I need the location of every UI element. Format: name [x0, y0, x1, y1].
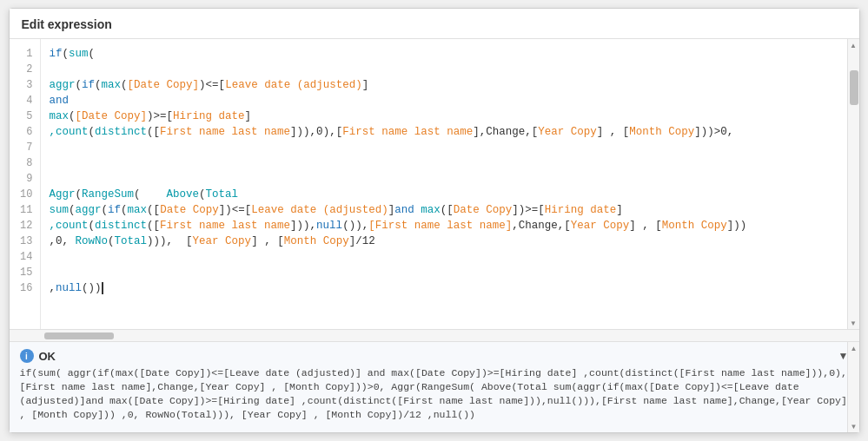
line-number-9: 9	[10, 171, 40, 187]
horizontal-scroll-thumb[interactable]	[44, 332, 114, 339]
line-number-2: 2	[10, 62, 40, 77]
dialog-title: Edit expression	[10, 9, 859, 39]
code-line-7	[50, 140, 838, 155]
line-number-15: 15	[10, 265, 40, 280]
info-scrollbar[interactable]: ▲ ▼	[847, 342, 859, 432]
code-line-6: ,count(distinct([First name last name]))…	[50, 124, 838, 140]
code-line-4: and	[50, 93, 838, 109]
edit-expression-dialog: Edit expression 12345678910111213141516 …	[9, 8, 860, 433]
line-number-1: 1	[10, 46, 40, 62]
code-line-12: ,count(distinct([First name last name]))…	[50, 218, 838, 234]
info-scroll-up[interactable]: ▲	[848, 342, 860, 354]
line-number-12: 12	[10, 218, 40, 234]
line-number-3: 3	[10, 77, 40, 93]
code-line-2	[50, 62, 838, 77]
code-line-3: aggr(if(max([Date Copy])<=[Leave date (a…	[50, 77, 838, 93]
code-line-9	[50, 171, 838, 187]
line-number-5: 5	[10, 109, 40, 124]
code-line-1: if(sum(	[50, 46, 838, 62]
code-line-16: ,null())	[50, 280, 838, 296]
line-number-4: 4	[10, 93, 40, 109]
line-number-7: 7	[10, 140, 40, 155]
code-line-13: ,0, RowNo(Total))), [Year Copy] , [Month…	[50, 234, 838, 249]
code-line-11: sum(aggr(if(max([Date Copy])<=[Leave dat…	[50, 202, 838, 218]
info-bar: i OK ▼ if(sum( aggr(if(max([Date Copy])<…	[10, 341, 859, 432]
vertical-scrollbar[interactable]: ▲ ▼	[847, 39, 859, 329]
code-editor[interactable]: if(sum( aggr(if(max([Date Copy])<=[Leave…	[41, 39, 847, 329]
code-line-14	[50, 249, 838, 265]
editor-area: 12345678910111213141516 if(sum( aggr(if(…	[10, 39, 859, 329]
line-number-10: 10	[10, 187, 40, 202]
code-line-15	[50, 265, 838, 280]
ok-label: OK	[39, 350, 56, 363]
horizontal-scrollbar[interactable]	[10, 329, 859, 341]
info-left: i OK	[20, 349, 56, 363]
line-number-16: 16	[10, 280, 40, 296]
line-number-8: 8	[10, 155, 40, 171]
line-number-6: 6	[10, 124, 40, 140]
info-scroll-down[interactable]: ▼	[848, 420, 860, 432]
line-number-13: 13	[10, 234, 40, 249]
scroll-thumb[interactable]	[850, 70, 858, 105]
info-header: i OK ▼	[20, 349, 849, 363]
info-description: if(sum( aggr(if(max([Date Copy])<=[Leave…	[20, 366, 849, 422]
code-line-10: Aggr(RangeSum( Above(Total	[50, 187, 838, 202]
info-icon: i	[20, 349, 34, 363]
scroll-up-arrow[interactable]: ▲	[847, 39, 859, 51]
code-line-8	[50, 155, 838, 171]
scroll-track[interactable]	[848, 51, 859, 317]
line-number-14: 14	[10, 249, 40, 265]
code-line-5: max([Date Copy])>=[Hiring date]	[50, 109, 838, 124]
scroll-down-arrow[interactable]: ▼	[847, 317, 859, 329]
line-number-11: 11	[10, 202, 40, 218]
line-numbers: 12345678910111213141516	[10, 39, 41, 329]
